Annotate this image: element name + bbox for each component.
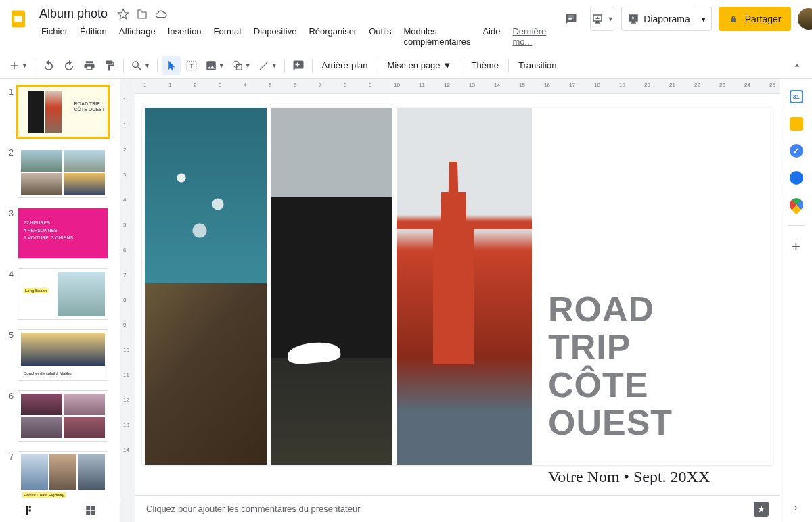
image-button[interactable]: ▼	[202, 56, 227, 75]
zoom-button[interactable]: ▼	[128, 56, 153, 75]
keep-icon[interactable]	[790, 117, 803, 130]
text-box-button[interactable]	[182, 56, 201, 75]
slide-image-waves	[145, 108, 267, 283]
thumb-number: 3	[4, 208, 14, 259]
thumb-2[interactable]: 2	[4, 147, 118, 198]
maps-icon[interactable]	[786, 195, 805, 214]
speaker-notes[interactable]: Cliquez pour ajouter les commentaires du…	[135, 495, 780, 522]
thumb-number: 7	[4, 451, 14, 502]
grid-view-button[interactable]	[81, 501, 101, 520]
thumb-7[interactable]: 7 Pacific Coast Highway	[4, 451, 118, 502]
move-icon[interactable]	[136, 8, 148, 20]
thumb-6[interactable]: 6	[4, 390, 118, 442]
svg-point-3	[233, 61, 239, 67]
explore-button[interactable]	[754, 502, 769, 517]
add-on-plus-icon[interactable]: +	[792, 239, 800, 254]
background-button[interactable]: Arrière-plan	[317, 56, 374, 75]
thumb-number: 5	[4, 329, 14, 381]
thumb-5[interactable]: 5 Coucher de soleil à Malibu	[4, 329, 118, 381]
comments-button[interactable]	[559, 7, 583, 31]
share-button[interactable]: Partager	[719, 7, 792, 31]
menu-help[interactable]: Aide	[478, 24, 505, 49]
main-area: 1 ROAD TRIP CÔTE OUEST 2 3 72 HEURES.4 P…	[0, 79, 812, 522]
thumb-4[interactable]: 4 Long Beach	[4, 268, 118, 320]
horizontal-ruler: 1123456789101112131415161718192021222324…	[135, 79, 780, 94]
doc-title[interactable]: Album photo	[37, 5, 110, 22]
side-panel: + ›	[780, 79, 812, 522]
thumb-number: 2	[4, 147, 14, 198]
present-to-device-button[interactable]: ▼	[590, 7, 614, 31]
svg-rect-11	[91, 511, 95, 515]
svg-rect-5	[26, 506, 28, 515]
menu-addons[interactable]: Modules complémentaires	[399, 24, 475, 49]
svg-rect-1	[14, 16, 22, 22]
paint-format-button[interactable]	[100, 56, 119, 75]
slide[interactable]: ROAD TRIPCÔTE OUEST Votre Nom • Sept. 20…	[142, 108, 773, 465]
contacts-icon[interactable]	[790, 171, 803, 185]
svg-rect-8	[86, 506, 90, 510]
star-icon[interactable]	[117, 8, 129, 20]
slide-title: ROAD TRIPCÔTE OUEST	[548, 290, 747, 442]
menu-format[interactable]: Format	[209, 24, 246, 49]
menu-insert[interactable]: Insertion	[163, 24, 206, 49]
menu-slide[interactable]: Diapositive	[249, 24, 302, 49]
slide-image-person	[271, 108, 392, 465]
thumb-title: ROAD TRIP CÔTE OUEST	[74, 101, 105, 113]
cloud-status-icon[interactable]	[155, 8, 167, 20]
menu-file[interactable]: Fichier	[37, 24, 72, 49]
filmstrip-footer	[0, 498, 120, 522]
thumb-number: 4	[4, 268, 14, 320]
slide-subtitle: Votre Nom • Sept. 20XX	[548, 468, 747, 486]
slide-image-rocks	[145, 283, 267, 465]
svg-rect-10	[86, 511, 90, 515]
filmstrip-view-button[interactable]	[20, 501, 41, 520]
last-edit-link[interactable]: Dernière mo...	[508, 24, 551, 49]
menubar: Fichier Édition Affichage Insertion Form…	[37, 24, 551, 49]
new-slide-button[interactable]: ▼	[5, 56, 30, 75]
calendar-icon[interactable]	[790, 90, 803, 103]
shape-button[interactable]: ▼	[229, 56, 254, 75]
account-avatar[interactable]	[798, 8, 812, 30]
slideshow-dropdown[interactable]: ▼	[696, 7, 712, 31]
slideshow-label: Diaporama	[644, 14, 690, 24]
print-button[interactable]	[80, 56, 99, 75]
thumb-number: 1	[4, 86, 14, 137]
thumb-number: 6	[4, 390, 14, 442]
speaker-notes-placeholder: Cliquez pour ajouter les commentaires du…	[146, 504, 361, 514]
svg-rect-9	[91, 506, 95, 510]
menu-view[interactable]: Affichage	[114, 24, 160, 49]
side-panel-separator	[788, 225, 805, 226]
line-button[interactable]: ▼	[255, 56, 280, 75]
layout-button[interactable]: Mise en page▼	[382, 56, 457, 75]
slides-logo[interactable]	[8, 7, 28, 31]
thumb-1[interactable]: 1 ROAD TRIP CÔTE OUEST	[4, 86, 118, 137]
menu-tools[interactable]: Outils	[364, 24, 396, 49]
filmstrip[interactable]: 1 ROAD TRIP CÔTE OUEST 2 3 72 HEURES.4 P…	[0, 79, 120, 522]
select-tool-button[interactable]	[162, 56, 181, 75]
toolbar: ▼ ▼ ▼ ▼ ▼ Arrière-plan Mise en page▼ Thè…	[0, 52, 812, 79]
svg-rect-6	[28, 506, 30, 508]
thumb-3[interactable]: 3 72 HEURES.4 PERSONNES.1 VOITURE. 3 CHI…	[4, 208, 118, 259]
vertical-ruler: 11234567891011121314	[120, 79, 135, 522]
redo-button[interactable]	[60, 56, 78, 75]
svg-rect-7	[28, 509, 30, 511]
menu-edit[interactable]: Édition	[75, 24, 112, 49]
menu-arrange[interactable]: Réorganiser	[304, 24, 361, 49]
canvas[interactable]: ROAD TRIPCÔTE OUEST Votre Nom • Sept. 20…	[135, 94, 780, 495]
transition-button[interactable]: Transition	[513, 56, 562, 75]
collapse-side-panel-icon[interactable]: ›	[794, 502, 797, 513]
slideshow-button[interactable]: Diaporama	[621, 7, 696, 31]
collapse-toolbar-button[interactable]	[788, 56, 807, 75]
slide-title-box[interactable]: ROAD TRIPCÔTE OUEST Votre Nom • Sept. 20…	[548, 290, 747, 486]
tasks-icon[interactable]	[790, 144, 803, 158]
comment-add-button[interactable]	[289, 56, 308, 75]
layout-label: Mise en page	[388, 60, 441, 70]
undo-button[interactable]	[39, 56, 58, 75]
header: Album photo Fichier Édition Affichage In…	[0, 0, 812, 49]
theme-button[interactable]: Thème	[466, 56, 503, 75]
share-label: Partager	[745, 14, 782, 24]
